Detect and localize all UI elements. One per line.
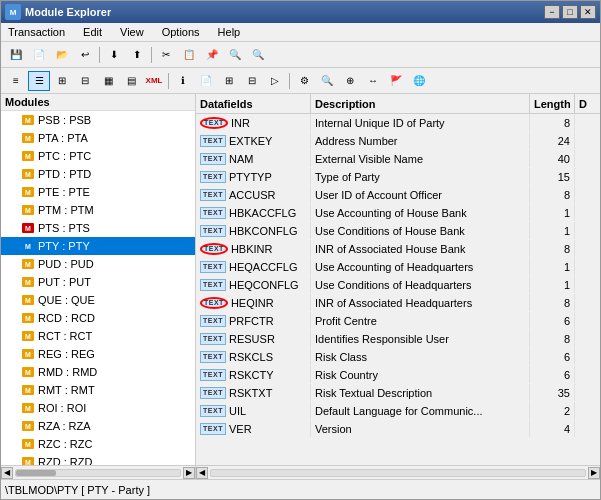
hscroll-left-btn[interactable]: ◀ [1, 467, 13, 479]
m-icon: M [21, 330, 35, 342]
sidebar-hscroll[interactable]: ◀ ▶ [1, 465, 195, 479]
table-row[interactable]: TEXTRSKTXTRisk Textual Description35 [196, 384, 600, 402]
menu-view[interactable]: View [117, 25, 147, 39]
toolbar2-btn-1[interactable]: ≡ [5, 71, 27, 91]
menu-help[interactable]: Help [215, 25, 244, 39]
toolbar2-btn-8[interactable]: ℹ [172, 71, 194, 91]
table-row[interactable]: TEXTINRInternal Unique ID of Party8 [196, 114, 600, 132]
toolbar-btn-8[interactable]: 📋 [178, 45, 200, 65]
cell-description: Use Conditions of Headquarters [311, 276, 530, 293]
table-row[interactable]: TEXTVERVersion4 [196, 420, 600, 438]
table-row[interactable]: TEXTHBKINRINR of Associated House Bank8 [196, 240, 600, 258]
table-body[interactable]: TEXTINRInternal Unique ID of Party8TEXTE… [196, 114, 600, 465]
table-row[interactable]: TEXTACCUSRUser ID of Account Officer8 [196, 186, 600, 204]
table-row[interactable]: TEXTNAMExternal Visible Name40 [196, 150, 600, 168]
sidebar-item-ptc[interactable]: MPTC : PTC [1, 147, 195, 165]
table-row[interactable]: TEXTHEQINRINR of Associated Headquarters… [196, 294, 600, 312]
status-text: \TBLMOD\PTY [ PTY - Party ] [5, 484, 150, 496]
sidebar-item-pud[interactable]: MPUD : PUD [1, 255, 195, 273]
toolbar-btn-2[interactable]: 📄 [28, 45, 50, 65]
toolbar2-btn-2[interactable]: ☰ [28, 71, 50, 91]
field-type-icon: TEXT [200, 423, 226, 435]
hscroll-right-btn[interactable]: ▶ [183, 467, 195, 479]
table-row[interactable]: TEXTEXTKEYAddress Number24 [196, 132, 600, 150]
toolbar-btn-7[interactable]: ✂ [155, 45, 177, 65]
sidebar-item-rza[interactable]: MRZA : RZA [1, 417, 195, 435]
cell-description: Default Language for Communic... [311, 402, 530, 419]
sidebar-item-roi[interactable]: MROI : ROI [1, 399, 195, 417]
toolbar2-btn-5[interactable]: ▦ [97, 71, 119, 91]
sidebar-item-ptm[interactable]: MPTM : PTM [1, 201, 195, 219]
toolbar2-btn-6[interactable]: ▤ [120, 71, 142, 91]
close-button[interactable]: ✕ [580, 5, 596, 19]
menu-options[interactable]: Options [159, 25, 203, 39]
m-icon: M [21, 204, 35, 216]
toolbar-btn-9[interactable]: 📌 [201, 45, 223, 65]
cell-description: INR of Associated House Bank [311, 240, 530, 257]
toolbar2-btn-15[interactable]: ⊕ [339, 71, 361, 91]
menu-transaction[interactable]: Transaction [5, 25, 68, 39]
table-row[interactable]: TEXTRSKCLSRisk Class6 [196, 348, 600, 366]
sidebar-item-que[interactable]: MQUE : QUE [1, 291, 195, 309]
sidebar-item-rcd[interactable]: MRCD : RCD [1, 309, 195, 327]
table-row[interactable]: TEXTHEQCONFLGUse Conditions of Headquart… [196, 276, 600, 294]
toolbar-btn-10[interactable]: 🔍 [224, 45, 246, 65]
toolbar2-btn-18[interactable]: 🌐 [408, 71, 430, 91]
right-hscroll-left[interactable]: ◀ [196, 467, 208, 479]
sidebar-item-rct[interactable]: MRCT : RCT [1, 327, 195, 345]
sidebar-item-rmt[interactable]: MRMT : RMT [1, 381, 195, 399]
cell-datafields: TEXTUIL [196, 402, 311, 419]
toolbar2-btn-12[interactable]: ▷ [264, 71, 286, 91]
cell-d [575, 150, 600, 167]
toolbar-btn-11[interactable]: 🔍 [247, 45, 269, 65]
right-hscroll-right[interactable]: ▶ [588, 467, 600, 479]
table-row[interactable]: TEXTUILDefault Language for Communic...2 [196, 402, 600, 420]
sidebar-item-pts[interactable]: MPTS : PTS [1, 219, 195, 237]
toolbar2-btn-14[interactable]: 🔍 [316, 71, 338, 91]
table-row[interactable]: TEXTHBKCONFLGUse Conditions of House Ban… [196, 222, 600, 240]
menu-edit[interactable]: Edit [80, 25, 105, 39]
table-row[interactable]: TEXTRESUSRIdentifies Responsible User8 [196, 330, 600, 348]
sidebar-item-pta[interactable]: MPTA : PTA [1, 129, 195, 147]
right-hscroll[interactable]: ◀ ▶ [196, 465, 600, 479]
table-row[interactable]: TEXTRSKCTYRisk Country6 [196, 366, 600, 384]
minimize-button[interactable]: − [544, 5, 560, 19]
cell-datafields: TEXTINR [196, 114, 311, 131]
field-name: UIL [229, 405, 246, 417]
sidebar-item-pte[interactable]: MPTE : PTE [1, 183, 195, 201]
toolbar2-btn-17[interactable]: 🚩 [385, 71, 407, 91]
toolbar2-btn-16[interactable]: ↔ [362, 71, 384, 91]
cell-description: Use Accounting of House Bank [311, 204, 530, 221]
toolbar-btn-3[interactable]: 📂 [51, 45, 73, 65]
table-row[interactable]: TEXTHEQACCFLGUse Accounting of Headquart… [196, 258, 600, 276]
sidebar-item-rzd[interactable]: MRZD : RZD [1, 453, 195, 465]
sidebar-item-label: RZD : RZD [38, 456, 92, 465]
m-icon: M [21, 348, 35, 360]
toolbar2-btn-3[interactable]: ⊞ [51, 71, 73, 91]
toolbar-btn-5[interactable]: ⬇ [103, 45, 125, 65]
sidebar[interactable]: Modules MPSB : PSBMPTA : PTAMPTC : PTCMP… [1, 94, 195, 465]
sidebar-item-pty[interactable]: MPTY : PTY [1, 237, 195, 255]
toolbar2-btn-11[interactable]: ⊟ [241, 71, 263, 91]
sidebar-item-rmd[interactable]: MRMD : RMD [1, 363, 195, 381]
sidebar-item-put[interactable]: MPUT : PUT [1, 273, 195, 291]
sidebar-item-psb[interactable]: MPSB : PSB [1, 111, 195, 129]
toolbar-btn-4[interactable]: ↩ [74, 45, 96, 65]
field-type-icon: TEXT [200, 225, 226, 237]
cell-datafields: TEXTHEQCONFLG [196, 276, 311, 293]
toolbar2-btn-10[interactable]: ⊞ [218, 71, 240, 91]
toolbar2-btn-7[interactable]: XML [143, 71, 165, 91]
sidebar-item-rzc[interactable]: MRZC : RZC [1, 435, 195, 453]
sidebar-item-reg[interactable]: MREG : REG [1, 345, 195, 363]
table-row[interactable]: TEXTPTYTYPType of Party15 [196, 168, 600, 186]
sidebar-item-ptd[interactable]: MPTD : PTD [1, 165, 195, 183]
table-row[interactable]: TEXTPRFCTRProfit Centre6 [196, 312, 600, 330]
toolbar2-btn-4[interactable]: ⊟ [74, 71, 96, 91]
toolbar-btn-6[interactable]: ⬆ [126, 45, 148, 65]
toolbar2-btn-9[interactable]: 📄 [195, 71, 217, 91]
toolbar-btn-1[interactable]: 💾 [5, 45, 27, 65]
cell-description: Risk Class [311, 348, 530, 365]
maximize-button[interactable]: □ [562, 5, 578, 19]
toolbar2-btn-13[interactable]: ⚙ [293, 71, 315, 91]
table-row[interactable]: TEXTHBKACCFLGUse Accounting of House Ban… [196, 204, 600, 222]
